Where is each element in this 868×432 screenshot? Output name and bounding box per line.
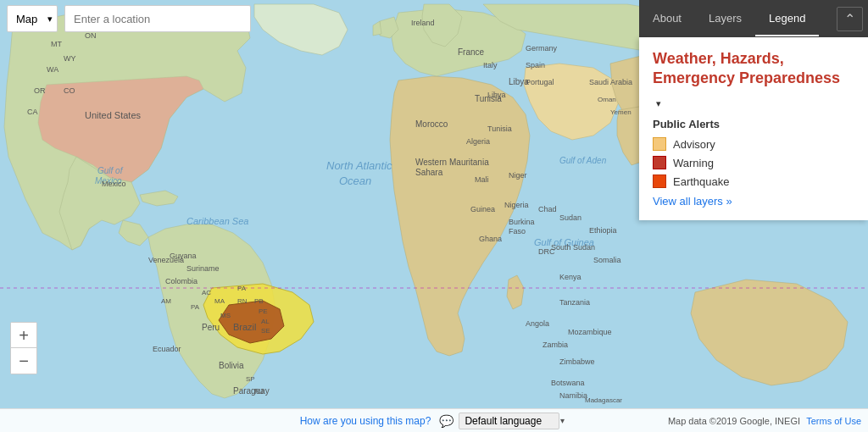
svg-text:Saudi Arabia: Saudi Arabia: [589, 78, 632, 86]
svg-text:MT: MT: [51, 40, 62, 48]
svg-text:South Sudan: South Sudan: [551, 243, 595, 252]
svg-text:MA: MA: [214, 297, 225, 305]
svg-text:AM: AM: [161, 297, 171, 305]
tab-bar: About Layers Legend ⌃: [639, 0, 868, 37]
legend-item: Advisory: [653, 137, 854, 151]
svg-text:PA: PA: [237, 285, 247, 292]
svg-text:Mexico: Mexico: [102, 180, 126, 188]
svg-text:Guinea: Guinea: [470, 205, 495, 213]
svg-text:Paraguay: Paraguay: [233, 386, 270, 396]
svg-text:PB: PB: [254, 297, 264, 305]
svg-text:SE: SE: [261, 327, 270, 335]
svg-text:ON: ON: [85, 31, 97, 40]
location-input[interactable]: [64, 5, 251, 32]
svg-text:Namibia: Namibia: [559, 391, 587, 400]
lang-wrapper[interactable]: Default language: [459, 413, 568, 429]
svg-text:Oman: Oman: [598, 96, 616, 103]
legend-swatch-warning: [653, 156, 666, 169]
svg-text:Algeria: Algeria: [466, 137, 490, 146]
collapse-button[interactable]: ⌃: [837, 7, 863, 31]
map-data-credit: Map data ©2019 Google, INEGI: [668, 416, 800, 426]
svg-text:Botswana: Botswana: [551, 379, 585, 387]
svg-text:Niger: Niger: [509, 171, 527, 180]
svg-text:Faso: Faso: [509, 227, 526, 235]
svg-text:Suriname: Suriname: [186, 264, 220, 273]
how-link[interactable]: How are you using this map?: [300, 415, 431, 427]
legend-item-label-warning: Warning: [673, 157, 714, 169]
legend-title: Weather, Hazards, Emergency Preparedness: [653, 49, 854, 89]
svg-text:Mali: Mali: [475, 175, 489, 184]
svg-text:Kenya: Kenya: [559, 273, 581, 281]
view-all-layers-link[interactable]: View all layers »: [653, 195, 732, 208]
tab-about[interactable]: About: [639, 2, 695, 36]
svg-text:Tunisia: Tunisia: [475, 94, 502, 103]
svg-text:Guyana: Guyana: [170, 252, 197, 260]
legend-item-label-advisory: Advisory: [673, 138, 715, 151]
zoom-out-button[interactable]: −: [11, 348, 36, 374]
svg-text:Colombia: Colombia: [165, 277, 198, 285]
svg-text:Angola: Angola: [526, 319, 549, 328]
svg-text:Portugal: Portugal: [526, 78, 554, 86]
svg-text:North Atlantic: North Atlantic: [326, 159, 392, 172]
svg-text:Ocean: Ocean: [339, 174, 371, 187]
svg-text:PE: PE: [259, 307, 268, 315]
svg-text:Yemen: Yemen: [610, 108, 632, 116]
legend-swatch-advisory: [653, 137, 666, 151]
svg-text:Ecuador: Ecuador: [153, 345, 181, 353]
svg-text:Ethiopia: Ethiopia: [589, 226, 617, 235]
svg-text:PA: PA: [191, 303, 200, 311]
svg-text:United States: United States: [85, 110, 142, 120]
svg-text:Mauritania: Mauritania: [449, 158, 489, 167]
legend-swatch-earthquake: [653, 174, 666, 188]
terms-link[interactable]: Terms of Use: [806, 416, 861, 426]
svg-text:RJ: RJ: [254, 387, 264, 396]
svg-text:CO: CO: [64, 86, 75, 95]
svg-text:WY: WY: [64, 54, 76, 63]
svg-text:Tunisia: Tunisia: [487, 125, 512, 133]
svg-text:Zambia: Zambia: [542, 341, 568, 349]
zoom-controls: + −: [10, 322, 37, 374]
svg-text:Nigeria: Nigeria: [504, 201, 529, 209]
tab-layers[interactable]: Layers: [695, 2, 755, 36]
svg-text:CA: CA: [27, 108, 38, 116]
svg-text:Peru: Peru: [202, 323, 220, 332]
svg-text:France: France: [458, 47, 485, 57]
svg-text:AC: AC: [202, 289, 211, 296]
tab-legend[interactable]: Legend: [755, 2, 819, 36]
svg-text:Ireland: Ireland: [411, 19, 435, 27]
svg-text:DRC: DRC: [538, 247, 555, 256]
svg-text:Bolivia: Bolivia: [219, 361, 244, 370]
svg-text:Morocco: Morocco: [415, 119, 448, 129]
svg-text:SP: SP: [246, 375, 255, 383]
svg-text:Caribbean Sea: Caribbean Sea: [186, 216, 248, 226]
legend-item: Earthquake: [653, 174, 854, 188]
svg-text:Sudan: Sudan: [559, 213, 581, 222]
zoom-in-button[interactable]: +: [11, 323, 36, 348]
bottom-bar: How are you using this map? 💬 Default la…: [0, 408, 868, 432]
legend-items: AdvisoryWarningEarthquake: [653, 137, 854, 188]
svg-text:AL: AL: [261, 318, 270, 325]
svg-text:Chad: Chad: [538, 205, 557, 213]
svg-text:RN: RN: [237, 297, 248, 305]
svg-text:Spain: Spain: [526, 61, 545, 69]
public-alerts-label: Public Alerts: [653, 118, 854, 130]
map-type-selector[interactable]: Map: [7, 5, 58, 32]
svg-text:MS: MS: [220, 312, 231, 319]
map-type-wrapper[interactable]: Map: [0, 5, 58, 32]
svg-text:Sahara: Sahara: [415, 168, 443, 177]
svg-text:Gulf of Aden: Gulf of Aden: [559, 156, 607, 165]
svg-text:Ghana: Ghana: [479, 235, 502, 243]
svg-text:Zimbabwe: Zimbabwe: [559, 357, 595, 366]
svg-text:Tanzania: Tanzania: [559, 298, 590, 307]
svg-text:Western: Western: [415, 158, 447, 167]
svg-text:Brazil: Brazil: [233, 322, 257, 332]
language-select[interactable]: Default language: [459, 413, 559, 429]
svg-text:Burkina: Burkina: [509, 218, 535, 226]
svg-text:Germany: Germany: [526, 44, 558, 53]
svg-text:Italy: Italy: [483, 61, 498, 69]
svg-text:Somalia: Somalia: [593, 256, 621, 264]
legend-dropdown-button[interactable]: [653, 98, 661, 109]
svg-text:Madagascar: Madagascar: [585, 396, 622, 404]
legend-item-label-earthquake: Earthquake: [673, 175, 730, 188]
svg-text:WA: WA: [47, 65, 58, 74]
